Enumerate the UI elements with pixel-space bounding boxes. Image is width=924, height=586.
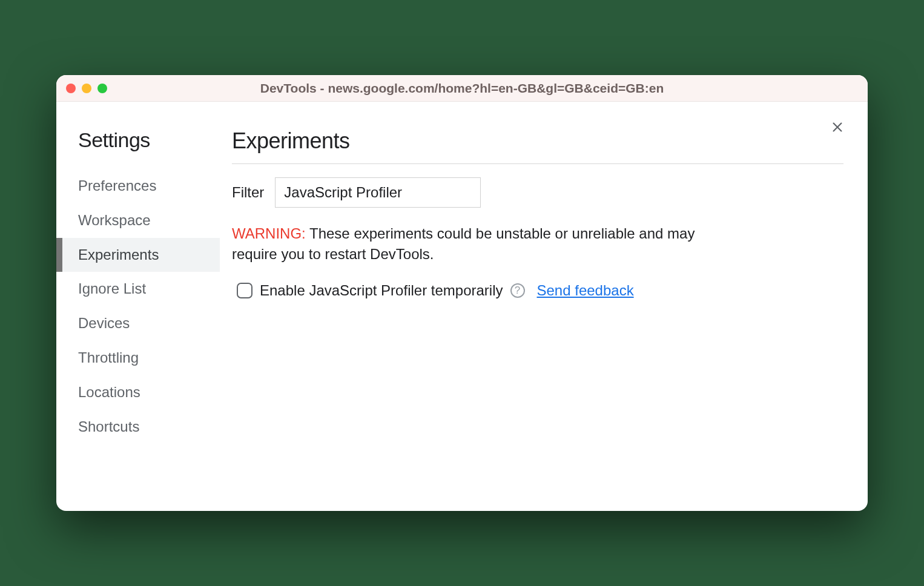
sidebar-item-ignore-list[interactable]: Ignore List	[62, 272, 220, 306]
experiments-panel: Experiments Filter WARNING: These experi…	[220, 117, 868, 511]
sidebar-item-preferences[interactable]: Preferences	[62, 169, 220, 203]
experiment-checkbox[interactable]	[237, 283, 252, 298]
window-title: DevTools - news.google.com/home?hl=en-GB…	[56, 81, 868, 96]
filter-input[interactable]	[275, 177, 481, 208]
close-window-icon[interactable]	[66, 84, 76, 93]
settings-sidebar: Settings Preferences Workspace Experimen…	[56, 117, 220, 511]
sidebar-item-shortcuts[interactable]: Shortcuts	[62, 410, 220, 444]
settings-nav: Preferences Workspace Experiments Ignore…	[62, 169, 220, 444]
help-icon[interactable]: ?	[510, 283, 525, 298]
traffic-lights	[66, 84, 107, 93]
content-area: Settings Preferences Workspace Experimen…	[56, 102, 868, 511]
settings-title: Settings	[62, 128, 220, 152]
minimize-window-icon[interactable]	[82, 84, 91, 93]
sidebar-item-experiments[interactable]: Experiments	[62, 238, 220, 272]
close-settings-button[interactable]	[828, 117, 847, 137]
maximize-window-icon[interactable]	[97, 84, 107, 93]
titlebar: DevTools - news.google.com/home?hl=en-GB…	[56, 75, 868, 102]
devtools-window: DevTools - news.google.com/home?hl=en-GB…	[56, 75, 868, 511]
send-feedback-link[interactable]: Send feedback	[537, 282, 634, 299]
sidebar-item-locations[interactable]: Locations	[62, 375, 220, 410]
experiment-label: Enable JavaScript Profiler temporarily	[260, 282, 503, 299]
sidebar-item-workspace[interactable]: Workspace	[62, 203, 220, 238]
warning-text: WARNING: These experiments could be unst…	[232, 223, 728, 264]
close-icon	[831, 120, 844, 134]
filter-label: Filter	[232, 184, 264, 201]
filter-row: Filter	[232, 177, 843, 208]
warning-label: WARNING:	[232, 225, 306, 242]
sidebar-item-throttling[interactable]: Throttling	[62, 341, 220, 375]
experiment-row: Enable JavaScript Profiler temporarily ?…	[232, 282, 843, 299]
sidebar-item-devices[interactable]: Devices	[62, 306, 220, 341]
panel-title: Experiments	[232, 128, 843, 164]
